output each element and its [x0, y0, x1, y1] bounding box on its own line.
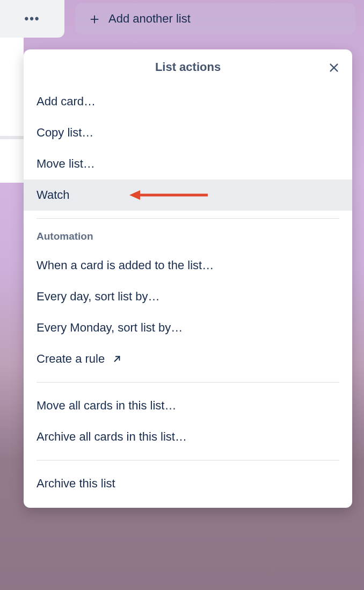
add-list-label: Add another list: [108, 12, 191, 26]
separator: [37, 218, 339, 219]
create-rule-item[interactable]: Create a rule: [24, 343, 352, 375]
move-all-cards-item[interactable]: Move all cards in this list…: [24, 390, 352, 421]
menu-item-label: Every day, sort list by…: [37, 290, 159, 304]
annotation-arrow-icon: [128, 189, 209, 202]
add-another-list-button[interactable]: ＋ Add another list: [75, 3, 355, 34]
automation-section-header: Automation: [24, 226, 352, 250]
close-icon: [328, 62, 340, 74]
menu-item-label: Move list…: [37, 157, 95, 171]
menu-item-label: Create a rule: [37, 352, 105, 366]
separator: [37, 460, 339, 461]
separator: [37, 382, 339, 383]
popover-title: List actions: [155, 60, 221, 74]
menu-item-label: Watch: [37, 188, 70, 202]
copy-list-item[interactable]: Copy list…: [24, 117, 352, 148]
external-link-icon: [112, 354, 122, 364]
svg-line-4: [115, 357, 120, 362]
svg-marker-3: [129, 190, 140, 200]
close-button[interactable]: [325, 59, 343, 76]
menu-item-label: Copy list…: [37, 126, 93, 140]
menu-item-label: Move all cards in this list…: [37, 399, 176, 413]
menu-item-label: Archive all cards in this list…: [37, 430, 187, 444]
add-card-item[interactable]: Add card…: [24, 86, 352, 117]
watch-item[interactable]: Watch: [24, 179, 352, 211]
list-actions-popover: List actions Add card… Copy list… Move l…: [24, 49, 352, 508]
automation-when-card-added-item[interactable]: When a card is added to the list…: [24, 250, 352, 281]
menu-item-label: Archive this list: [37, 477, 115, 491]
popover-header: List actions: [24, 49, 352, 86]
menu-item-label: Add card…: [37, 95, 96, 109]
list-column-edge: [0, 38, 24, 183]
more-horizontal-icon: •••: [24, 12, 40, 26]
menu-item-label: Every Monday, sort list by…: [37, 321, 183, 335]
list-actions-trigger[interactable]: •••: [0, 0, 64, 38]
archive-this-list-item[interactable]: Archive this list: [24, 468, 352, 499]
automation-every-day-sort-item[interactable]: Every day, sort list by…: [24, 281, 352, 312]
archive-all-cards-item[interactable]: Archive all cards in this list…: [24, 421, 352, 452]
move-list-item[interactable]: Move list…: [24, 148, 352, 179]
automation-every-monday-sort-item[interactable]: Every Monday, sort list by…: [24, 312, 352, 343]
plus-icon: ＋: [87, 9, 102, 29]
list-column-gap: [0, 136, 24, 139]
menu-item-label: When a card is added to the list…: [37, 258, 214, 272]
